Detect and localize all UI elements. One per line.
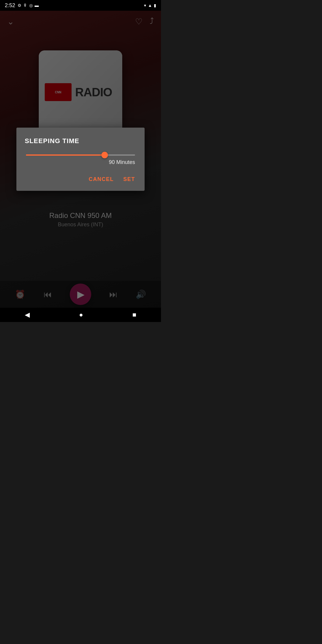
status-right: ▾ ▲ ▮	[144, 3, 156, 8]
cancel-button[interactable]: CANCEL	[87, 174, 115, 185]
wifi-icon: ▾	[144, 3, 146, 8]
home-nav-icon[interactable]: ●	[79, 311, 83, 319]
dialog-overlay: SLEEPING TIME 90 Minutes CANCEL SET	[0, 11, 161, 308]
settings-icon: ⚙	[18, 3, 21, 8]
status-time: 2:52	[5, 2, 15, 9]
status-left: 2:52 ⚙ 🎙 ◎ ▬	[5, 2, 39, 9]
slider-thumb	[101, 152, 108, 158]
dialog-title: SLEEPING TIME	[25, 137, 136, 145]
sleeping-time-dialog: SLEEPING TIME 90 Minutes CANCEL SET	[16, 128, 145, 191]
status-bar: 2:52 ⚙ 🎙 ◎ ▬ ▾ ▲ ▮	[0, 0, 161, 11]
status-icons: ⚙ 🎙 ◎ ▬	[18, 3, 39, 8]
signal-icon: ▲	[148, 3, 152, 8]
radio-icon: ◎	[29, 3, 33, 8]
slider-value-label: 90 Minutes	[26, 159, 135, 165]
back-nav-icon[interactable]: ◀	[25, 311, 30, 319]
nav-bar: ◀ ● ■	[0, 308, 161, 322]
slider-track	[26, 154, 135, 156]
storage-icon: ▬	[35, 3, 39, 8]
mic-icon: 🎙	[23, 3, 27, 8]
recent-nav-icon[interactable]: ■	[132, 311, 136, 319]
set-button[interactable]: SET	[122, 174, 136, 185]
sleep-timer-slider-container: 90 Minutes	[25, 154, 136, 165]
battery-icon: ▮	[154, 3, 156, 8]
slider-fill	[26, 154, 105, 156]
dialog-buttons: CANCEL SET	[25, 174, 136, 185]
